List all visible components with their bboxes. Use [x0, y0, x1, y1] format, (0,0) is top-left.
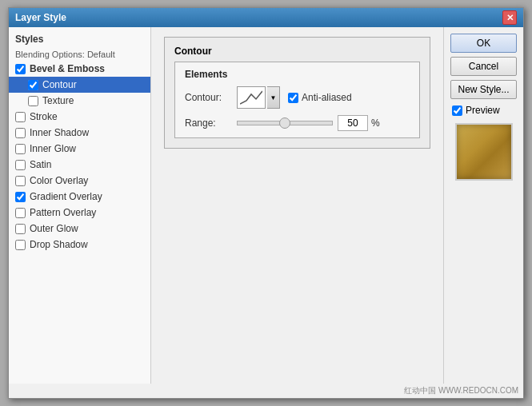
texture-checkbox[interactable] [28, 96, 38, 106]
sidebar-item-color-overlay[interactable]: Color Overlay [9, 173, 150, 189]
texture-label: Texture [42, 95, 74, 106]
sidebar-item-gradient-overlay[interactable]: Gradient Overlay [9, 189, 150, 205]
sidebar-item-bevel-emboss[interactable]: Bevel & Emboss [9, 61, 150, 77]
bevel-emboss-label: Bevel & Emboss [30, 63, 105, 74]
contour-dropdown[interactable] [237, 86, 266, 109]
sidebar-item-texture[interactable]: Texture [9, 93, 150, 109]
watermark: 红动中国 WWW.REDOCN.COM [9, 384, 523, 398]
sidebar-item-satin[interactable]: Satin [9, 157, 150, 173]
main-content: Contour Elements Contour: ▼ [151, 27, 443, 384]
outer-glow-checkbox[interactable] [15, 224, 26, 234]
title-bar: Layer Style ✕ [9, 8, 523, 27]
drop-shadow-checkbox[interactable] [15, 240, 26, 250]
cancel-button[interactable]: Cancel [450, 57, 517, 76]
stroke-label: Stroke [30, 111, 58, 122]
inner-shadow-label: Inner Shadow [30, 127, 89, 138]
color-overlay-checkbox[interactable] [15, 176, 26, 186]
sidebar-item-outer-glow[interactable]: Outer Glow [9, 221, 150, 237]
contour-section: Contour Elements Contour: ▼ [164, 37, 430, 149]
range-unit: % [371, 117, 380, 129]
color-overlay-label: Color Overlay [30, 175, 88, 186]
sidebar-blending-label: Blending Options: Default [9, 48, 150, 61]
contour-label: Contour [42, 79, 77, 90]
close-button[interactable]: ✕ [502, 10, 517, 25]
contour-dropdown-arrow[interactable]: ▼ [267, 86, 280, 109]
anti-aliased-checkbox[interactable] [288, 93, 298, 103]
gradient-overlay-checkbox[interactable] [15, 192, 26, 202]
preview-thumbnail [455, 123, 513, 181]
dialog-body: Styles Blending Options: Default Bevel &… [9, 27, 523, 384]
svg-rect-0 [240, 90, 262, 105]
outer-glow-label: Outer Glow [30, 223, 78, 234]
inner-glow-checkbox[interactable] [15, 144, 26, 154]
sub-section-title: Elements [185, 69, 410, 80]
range-slider[interactable] [237, 121, 333, 125]
anti-aliased-label: Anti-aliased [288, 92, 352, 103]
gradient-overlay-label: Gradient Overlay [30, 191, 102, 202]
contour-row: Contour: ▼ Anti-aliased [185, 86, 410, 109]
satin-label: Satin [30, 159, 51, 170]
elements-subsection: Elements Contour: ▼ An [174, 62, 420, 138]
stroke-checkbox[interactable] [15, 112, 26, 122]
layer-style-dialog: Layer Style ✕ Styles Blending Options: D… [8, 7, 524, 399]
range-row: Range: 50 % [185, 115, 410, 131]
preview-row: Preview [450, 105, 517, 116]
sidebar-item-stroke[interactable]: Stroke [9, 109, 150, 125]
preview-label: Preview [466, 105, 500, 116]
range-label: Range: [185, 117, 237, 129]
drop-shadow-label: Drop Shadow [30, 239, 88, 250]
sidebar-item-inner-glow[interactable]: Inner Glow [9, 141, 150, 157]
pattern-overlay-checkbox[interactable] [15, 208, 26, 218]
bevel-emboss-checkbox[interactable] [15, 64, 26, 74]
anti-aliased-text: Anti-aliased [302, 92, 352, 103]
sidebar: Styles Blending Options: Default Bevel &… [9, 27, 151, 384]
sidebar-item-contour[interactable]: Contour [9, 77, 150, 93]
pattern-overlay-label: Pattern Overlay [30, 207, 96, 218]
inner-shadow-checkbox[interactable] [15, 128, 26, 138]
range-value: 50 [338, 115, 368, 131]
sidebar-item-drop-shadow[interactable]: Drop Shadow [9, 237, 150, 253]
satin-checkbox[interactable] [15, 160, 26, 170]
ok-button[interactable]: OK [450, 34, 517, 53]
preview-checkbox[interactable] [452, 105, 462, 116]
inner-glow-label: Inner Glow [30, 143, 76, 154]
new-style-button[interactable]: New Style... [450, 80, 517, 99]
sidebar-item-inner-shadow[interactable]: Inner Shadow [9, 125, 150, 141]
dialog-title: Layer Style [15, 12, 66, 23]
section-title: Contour [174, 46, 420, 57]
sidebar-item-pattern-overlay[interactable]: Pattern Overlay [9, 205, 150, 221]
sidebar-styles-header: Styles [9, 30, 150, 48]
contour-field-label: Contour: [185, 92, 237, 103]
right-panel: OK Cancel New Style... Preview [443, 27, 523, 384]
contour-checkbox[interactable] [28, 80, 38, 90]
